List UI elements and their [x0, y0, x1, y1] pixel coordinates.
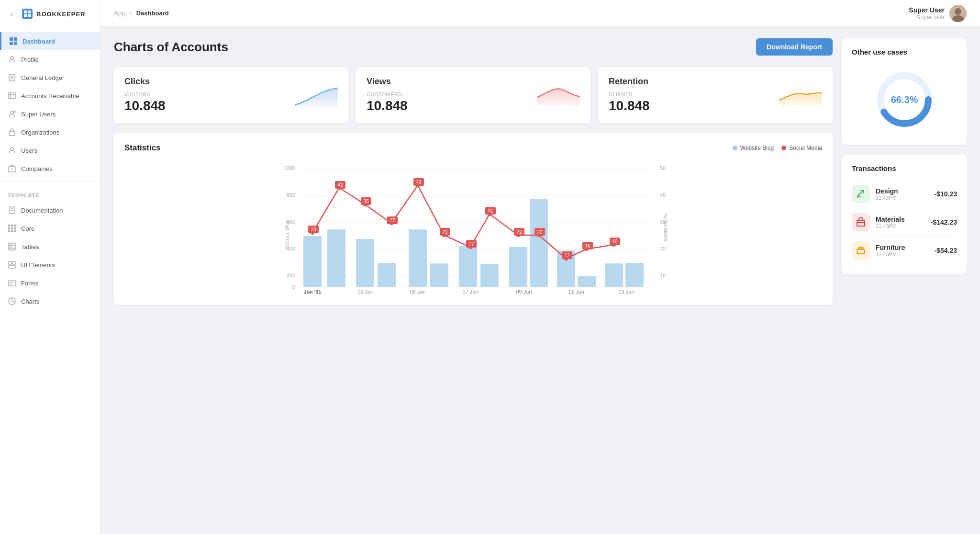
svg-point-8 [11, 57, 13, 59]
app-logo-icon [22, 9, 33, 19]
other-use-cases-card: Other use cases 66.3% [842, 38, 967, 145]
svg-rect-71 [409, 229, 427, 287]
content-main: Charts of Accounts Download Report Click… [114, 38, 833, 523]
sidebar-item-general-ledger[interactable]: General Ledger [0, 68, 100, 87]
super-users-icon [8, 110, 16, 118]
svg-point-108 [337, 186, 341, 190]
svg-point-107 [311, 231, 314, 235]
avatar[interactable] [949, 5, 967, 22]
design-transaction-icon [852, 185, 870, 203]
forms-icon [8, 279, 16, 287]
sidebar-item-ui-elements[interactable]: UI Elements [0, 256, 100, 274]
general-ledger-icon [8, 73, 16, 82]
stats-header: Statistics Website Blog Social Media [124, 143, 822, 153]
svg-text:09 Jan: 09 Jan [516, 289, 532, 295]
materials-transaction-info: Materials 11.43PM [876, 216, 925, 229]
sidebar-item-accounts-receivable[interactable]: Accounts Receivable [0, 87, 100, 105]
svg-rect-0 [24, 11, 27, 13]
stat-card-clicks: Clicks VISITORS 10.848 [114, 67, 348, 123]
svg-point-114 [488, 212, 491, 216]
svg-rect-80 [625, 263, 644, 287]
stat-clicks-chart [295, 83, 338, 107]
main-area: App < Dashboard Super User Super user Ch… [100, 0, 980, 534]
materials-transaction-time: 11.43PM [876, 223, 925, 229]
donut-chart: 66.3% [873, 68, 935, 131]
sidebar-item-companies-label: Companies [21, 165, 53, 172]
sidebar-item-profile[interactable]: Profile [0, 50, 100, 68]
sidebar-item-core-label: Core [21, 225, 34, 232]
download-report-button[interactable]: Download Report [756, 38, 833, 56]
legend-social-media-label: Social Media [789, 145, 822, 151]
stats-title: Statistics [124, 143, 161, 153]
sidebar-collapse-icon[interactable]: ‹ [8, 10, 16, 18]
svg-point-48 [955, 8, 961, 15]
svg-point-112 [442, 233, 446, 237]
sidebar-item-forms-label: Forms [21, 280, 39, 287]
svg-point-118 [585, 247, 589, 251]
page-title: Charts of Accounts [114, 40, 228, 55]
svg-rect-26 [11, 225, 13, 227]
sidebar-item-companies[interactable]: Companies [0, 159, 100, 178]
legend-social-media: Social Media [781, 145, 822, 151]
sidebar-item-organizations[interactable]: Organizations [0, 123, 100, 141]
svg-rect-5 [14, 37, 17, 41]
sidebar-item-users[interactable]: Users [0, 141, 100, 159]
stat-clicks-info: Clicks VISITORS 10.848 [124, 77, 166, 114]
sidebar-item-charts[interactable]: Charts [0, 292, 100, 310]
sidebar-item-forms[interactable]: Forms [0, 274, 100, 292]
svg-text:200: 200 [287, 273, 295, 278]
stat-clicks-value: 10.848 [124, 98, 166, 114]
svg-rect-70 [378, 263, 396, 287]
svg-text:20: 20 [660, 246, 666, 251]
breadcrumb-parent: App [114, 10, 125, 17]
svg-text:11 Jan: 11 Jan [568, 289, 584, 295]
svg-text:Website Blog: Website Blog [284, 221, 290, 249]
svg-rect-74 [480, 264, 499, 287]
transactions-title: Transactions [852, 164, 957, 172]
sidebar-item-tables[interactable]: Tables [0, 238, 100, 256]
stat-views-chart [537, 83, 580, 107]
svg-text:05 Jan: 05 Jan [410, 289, 425, 295]
svg-rect-31 [8, 230, 10, 232]
design-transaction-name: Design [876, 187, 929, 195]
sidebar-nav: Dashboard Profile General Ledger Account… [0, 28, 100, 534]
sidebar-item-dashboard[interactable]: Dashboard [0, 32, 100, 50]
breadcrumb-current: Dashboard [136, 10, 169, 17]
users-icon [8, 146, 16, 155]
transaction-item-design: Design 11.43PM -$10.23 [852, 180, 957, 208]
stat-views-value: 10.848 [367, 98, 408, 114]
furniture-transaction-time: 11.43PM [876, 251, 929, 257]
svg-rect-133 [857, 250, 865, 253]
svg-rect-27 [14, 225, 16, 227]
furniture-transaction-info: Furniture 11.43PM [876, 244, 929, 257]
svg-text:10: 10 [660, 273, 666, 278]
sidebar-item-super-users[interactable]: Super Users [0, 105, 100, 123]
breadcrumb-separator: < [129, 10, 133, 17]
sidebar-item-general-ledger-label: General Ledger [21, 74, 64, 81]
furniture-transaction-name: Furniture [876, 244, 929, 251]
svg-point-119 [612, 243, 616, 247]
svg-rect-76 [530, 199, 548, 287]
furniture-transaction-amount: -$54.23 [935, 247, 957, 254]
sidebar-logo[interactable]: ‹ BOOKKEEPER [0, 0, 100, 28]
svg-rect-30 [14, 227, 16, 229]
transactions-card: Transactions Design 11.43PM -$10.23 [842, 155, 967, 274]
sidebar-item-core[interactable]: Core [0, 219, 100, 238]
svg-point-109 [363, 203, 367, 206]
companies-icon [8, 164, 16, 173]
stat-views-label: Views [367, 77, 408, 87]
legend-website-blog-dot [733, 146, 737, 150]
sidebar-item-documentation[interactable]: Documentation [0, 201, 100, 219]
user-name: Super User [909, 6, 945, 14]
stat-views-info: Views CUSTOMERS 10.848 [367, 77, 408, 114]
legend-social-media-dot [781, 146, 786, 150]
sidebar-item-super-users-label: Super Users [21, 111, 56, 118]
ui-elements-icon [8, 261, 16, 269]
svg-point-19 [11, 148, 13, 150]
documentation-icon [8, 206, 16, 215]
stat-clicks-sublabel: VISITORS [124, 91, 166, 97]
design-transaction-time: 11.43PM [876, 195, 929, 201]
stat-retention-info: Retention CLIENTS 10.848 [609, 77, 650, 114]
user-role: Super user [909, 14, 945, 21]
dashboard-icon [9, 37, 18, 45]
